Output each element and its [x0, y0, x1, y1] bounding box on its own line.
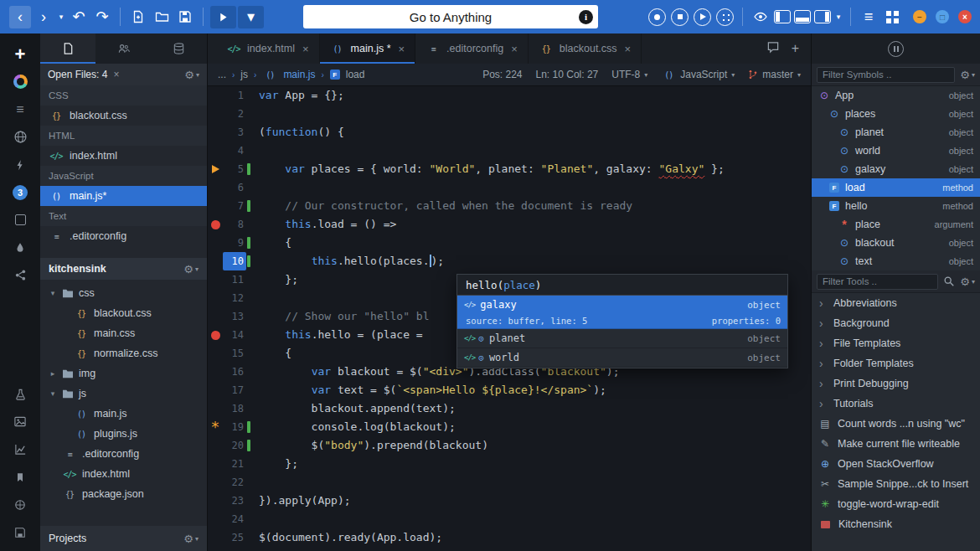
breadcrumb-folder[interactable]: js	[240, 69, 248, 80]
tools-filter-input[interactable]	[817, 274, 938, 290]
gutter-margin[interactable]	[208, 160, 223, 178]
toggle-left-pane-button[interactable]	[774, 10, 791, 23]
history-dropdown-icon[interactable]: ▾	[56, 6, 66, 28]
line-number[interactable]: 13	[223, 307, 246, 326]
editor-tab-main-js[interactable]: ()main.js *×	[320, 33, 416, 64]
code-line-23[interactable]: 23}).apply(App);	[208, 492, 811, 510]
encoding-selector[interactable]: UTF-8▾	[611, 69, 647, 80]
code-line-9[interactable]: 9 {	[208, 234, 811, 252]
tool-folder-templates[interactable]: ›Folder Templates	[812, 353, 980, 373]
new-file-button[interactable]	[127, 6, 149, 28]
autocomplete-item-planet[interactable]: </>⊙planetobject	[457, 329, 787, 348]
symbol-world[interactable]: ⊙worldobject	[812, 142, 980, 160]
editor-tab-index-html[interactable]: </>index.html×	[216, 33, 320, 64]
open-file-button[interactable]	[151, 6, 173, 28]
share-button[interactable]	[0, 261, 40, 289]
macro-stop-button[interactable]	[671, 8, 689, 26]
gutter-margin[interactable]	[208, 326, 223, 344]
gutter-margin[interactable]	[208, 178, 223, 197]
tool-tutorials[interactable]: ›Tutorials	[812, 394, 980, 414]
code-line-4[interactable]: 4	[208, 142, 811, 160]
editor-tab-editorconfig[interactable]: ≡.editorconfig×	[415, 33, 529, 64]
language-selector[interactable]: ()JavaScript▾	[661, 69, 735, 80]
undo-button[interactable]: ↶	[68, 6, 90, 28]
session-save-button[interactable]	[0, 518, 40, 546]
symbol-text[interactable]: ⊙textobject	[812, 252, 980, 270]
code-line-8[interactable]: 8 this.load = () =>	[208, 215, 811, 234]
gutter-margin[interactable]	[208, 510, 223, 528]
tab-databases[interactable]	[152, 33, 207, 64]
search-icon[interactable]	[943, 276, 955, 287]
go-to-anything-button[interactable]	[0, 68, 40, 95]
project-name-header[interactable]: kitchensink ⚙▾	[40, 258, 207, 280]
open-file-main-js[interactable]: ()main.js*	[40, 186, 207, 206]
gutter-margin[interactable]	[208, 344, 223, 363]
gutter-margin[interactable]	[208, 86, 223, 105]
gutter-margin[interactable]	[208, 399, 223, 418]
line-number[interactable]: 2	[223, 105, 246, 123]
gutter-margin[interactable]	[208, 381, 223, 399]
line-number[interactable]: 3	[223, 123, 246, 142]
code-editor[interactable]: 1var App = {};23(function() {45 var plac…	[208, 86, 811, 551]
tab-files[interactable]	[40, 33, 95, 64]
close-icon[interactable]: ×	[113, 69, 119, 80]
line-number[interactable]: 20	[223, 436, 246, 455]
tool-make-current-file-writeable[interactable]: ✎Make current file writeable	[812, 434, 980, 454]
media-button[interactable]	[0, 408, 40, 435]
gutter-margin[interactable]	[208, 289, 223, 307]
new-tab-button[interactable]: +	[792, 41, 799, 56]
code-line-24[interactable]: 24	[208, 510, 811, 528]
projects-settings[interactable]: ⚙▾	[183, 533, 199, 545]
open-file-editorconfig[interactable]: ≡.editorconfig	[40, 226, 207, 246]
notifications-button[interactable]: 3	[0, 178, 40, 206]
line-number[interactable]: 18	[223, 399, 246, 418]
symbol-load[interactable]: Floadmethod	[812, 178, 980, 197]
line-number[interactable]: 4	[223, 142, 246, 160]
line-number[interactable]: 21	[223, 455, 246, 473]
quick-actions-button[interactable]	[0, 151, 40, 178]
line-number[interactable]: 12	[223, 289, 246, 307]
gutter-margin[interactable]	[208, 492, 223, 510]
code-line-19[interactable]: *19 console.log(blackout);	[208, 418, 811, 436]
close-icon[interactable]: ×	[302, 43, 309, 55]
tree-item-index-html[interactable]: </>index.html	[40, 464, 207, 484]
tool-file-templates[interactable]: ›File Templates	[812, 333, 980, 353]
maximize-button[interactable]: □	[936, 10, 949, 23]
tool-kitchensink[interactable]: Kitchensink	[812, 514, 980, 534]
tree-item-js[interactable]: ▾js	[40, 384, 207, 404]
browser-preview-button[interactable]	[0, 123, 40, 151]
tree-item-css[interactable]: ▾css	[40, 283, 207, 303]
symbol-blackout[interactable]: ⊙blackoutobject	[812, 234, 980, 252]
gutter-margin[interactable]: *	[208, 418, 223, 436]
profiling-button[interactable]	[0, 435, 40, 463]
tree-item-main-css[interactable]: {}main.css	[40, 323, 207, 343]
breadcrumb-file[interactable]: main.js	[283, 69, 315, 80]
gutter-margin[interactable]	[208, 252, 223, 270]
syntax-status-icon[interactable]	[888, 41, 904, 57]
gutter-margin[interactable]	[208, 528, 223, 547]
code-line-20[interactable]: 20 $("body").prepend(blackout)	[208, 436, 811, 455]
line-number[interactable]: 19	[223, 418, 246, 436]
close-icon[interactable]: ×	[399, 43, 405, 55]
gutter-margin[interactable]	[208, 234, 223, 252]
tree-item-blackout-css[interactable]: {}blackout.css	[40, 303, 207, 323]
line-number[interactable]: 17	[223, 381, 246, 399]
publishing-button[interactable]	[0, 491, 40, 518]
gutter-margin[interactable]	[208, 142, 223, 160]
line-number[interactable]: 15	[223, 344, 246, 363]
gutter-margin[interactable]	[208, 307, 223, 326]
open-file-index-html[interactable]: </>index.html	[40, 146, 207, 166]
gutter-margin[interactable]	[208, 215, 223, 234]
minimize-button[interactable]: −	[913, 10, 926, 23]
code-line-25[interactable]: 25$(document).ready(App.load);	[208, 528, 811, 547]
line-number[interactable]: 7	[223, 197, 246, 215]
tool-background[interactable]: ›Background	[812, 313, 980, 333]
macro-record-button[interactable]	[648, 8, 666, 26]
line-number[interactable]: 22	[223, 473, 246, 492]
line-number[interactable]: 11	[223, 270, 246, 289]
symbols-filter-input[interactable]	[817, 67, 955, 83]
code-line-17[interactable]: 17 var text = $(`<span>Hello ${place}!</…	[208, 381, 811, 399]
close-icon[interactable]: ×	[625, 43, 632, 55]
code-line-2[interactable]: 2	[208, 105, 811, 123]
code-line-3[interactable]: 3(function() {	[208, 123, 811, 142]
